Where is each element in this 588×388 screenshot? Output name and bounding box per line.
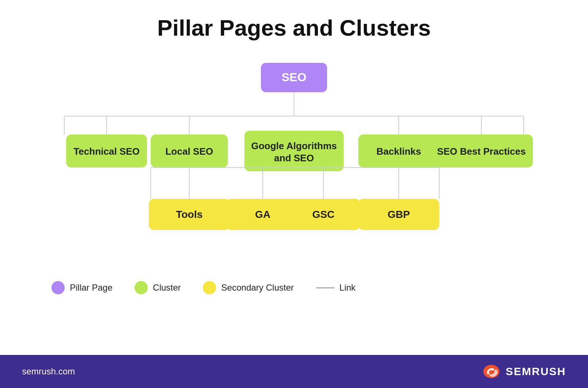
diagram-container: SEO Technical SEO <box>37 59 551 266</box>
diagram-svg: SEO Technical SEO <box>37 59 551 265</box>
legend-link-line <box>316 287 334 288</box>
footer-logo: SEMRUSH <box>482 364 566 379</box>
node-tools-label: Tools <box>176 209 203 220</box>
legend-secondary-cluster: Secondary Cluster <box>203 281 294 294</box>
node-gbp-label: GBP <box>388 209 410 220</box>
node-seo-best-practices-label: SEO Best Practices <box>437 146 526 157</box>
legend-pillar-circle <box>51 281 65 294</box>
main-content: Pillar Pages and Clusters SEO <box>0 0 588 355</box>
semrush-icon <box>482 364 501 379</box>
legend-link-label: Link <box>340 283 356 293</box>
node-google-algorithms-label1: Google Algorithms <box>251 140 337 151</box>
legend-pillar-label: Pillar Page <box>70 283 112 293</box>
node-technical-seo-label: Technical SEO <box>74 146 140 157</box>
legend-pillar-page: Pillar Page <box>51 281 112 294</box>
legend-cluster-label: Cluster <box>153 283 181 293</box>
node-ga-label: GA <box>255 209 270 220</box>
legend-cluster-circle <box>135 281 148 294</box>
legend-link: Link <box>316 283 356 293</box>
footer-url: semrush.com <box>22 366 75 377</box>
legend-secondary-label: Secondary Cluster <box>221 283 294 293</box>
page-title: Pillar Pages and Clusters <box>157 15 431 41</box>
node-gsc-label: GSC <box>312 209 335 220</box>
node-backlinks-label: Backlinks <box>376 146 421 157</box>
footer: semrush.com SEMRUSH <box>0 355 588 388</box>
node-google-algorithms-label2: and SEO <box>274 152 314 164</box>
legend-secondary-circle <box>203 281 216 294</box>
footer-brand: SEMRUSH <box>506 365 566 378</box>
node-seo-label: SEO <box>282 71 306 84</box>
legend: Pillar Page Cluster Secondary Cluster Li… <box>22 281 356 294</box>
legend-cluster: Cluster <box>135 281 181 294</box>
node-local-seo-label: Local SEO <box>165 146 213 157</box>
